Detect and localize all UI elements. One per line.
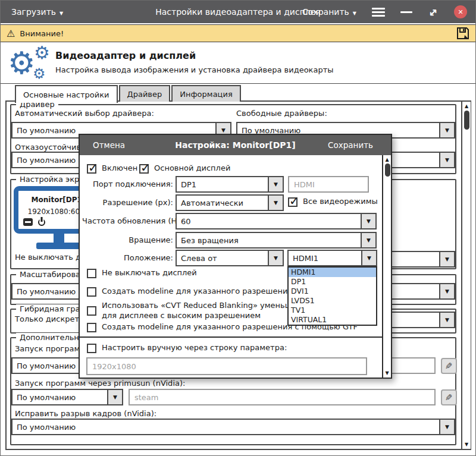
scroll-up-icon[interactable] [383, 157, 391, 162]
tab-bar: Основные настройки Драйвер Информация [15, 85, 242, 103]
minimize-icon [400, 11, 412, 13]
save-button-label: Сохранить [302, 7, 349, 17]
chevron-down-icon[interactable] [268, 196, 283, 210]
scrollbar-thumb[interactable] [385, 163, 390, 177]
manual-param-input[interactable] [86, 357, 367, 375]
chevron-down-icon[interactable] [361, 233, 375, 247]
menu-button[interactable] [371, 11, 386, 13]
rotation-label: Вращение: [82, 235, 173, 244]
keep-on-checkbox-row: Не выключать дисплей [87, 268, 197, 278]
combo-value: По умолчанию [12, 287, 76, 296]
save-menu-button[interactable]: Сохранить [302, 7, 356, 17]
run2-input[interactable] [129, 389, 436, 405]
combo-value: По умолчанию [12, 156, 76, 165]
combo-value: По умолчанию [12, 423, 76, 432]
combo-value: 60 [177, 217, 191, 226]
minimize-display-icon[interactable] [23, 218, 33, 226]
reduced-blanking-checkbox[interactable] [87, 306, 96, 316]
port-custom-input[interactable] [288, 176, 369, 193]
dropdown-option[interactable]: DP1 [289, 277, 376, 287]
dialog-save-button[interactable]: Сохранить [328, 140, 373, 150]
load-button-label: Загрузить [11, 7, 56, 17]
chevron-down-icon[interactable] [439, 252, 454, 266]
chevron-down-icon[interactable] [361, 251, 376, 265]
dialog-scrollbar[interactable] [382, 155, 391, 378]
checkbox-label: Все видеорежимы [303, 197, 378, 206]
manual-param-checkbox[interactable] [87, 344, 96, 353]
chevron-down-icon[interactable] [361, 214, 375, 228]
all-modes-checkbox-row: Все видеорежимы [288, 197, 378, 207]
close-button[interactable] [454, 5, 467, 18]
keep-display-on-checkbox[interactable] [87, 269, 96, 278]
tab-basic-settings[interactable]: Основные настройки [15, 85, 118, 103]
dropdown-option[interactable]: VIRTUAL1 [289, 315, 376, 325]
chevron-down-icon[interactable] [439, 313, 454, 327]
save-floppy-icon[interactable] [456, 27, 469, 40]
chevron-down-icon[interactable] [268, 251, 283, 265]
chevron-down-icon[interactable] [439, 420, 454, 434]
chevron-down-icon[interactable] [439, 284, 454, 298]
dropdown-option[interactable]: TV1 [289, 306, 376, 315]
titlebar: Настройки видеоадаптера и дисплея Загруз… [1, 1, 475, 23]
maximize-button[interactable] [427, 5, 440, 18]
checkbox-label: Настроить вручную через строку параметра… [102, 343, 287, 352]
scroll-up-icon[interactable] [462, 103, 471, 109]
hamburger-icon [372, 11, 385, 13]
checkbox-label: Включен [102, 163, 137, 172]
dropdown-option[interactable]: LVDS1 [289, 296, 376, 306]
run2-select[interactable]: По умолчанию [11, 389, 123, 405]
dialog-cancel-button[interactable]: Отмена [93, 140, 125, 150]
primary-display-checkbox[interactable] [139, 164, 149, 174]
checkbox-label: Не выключать дисплей [102, 268, 197, 277]
position-label: Положение: [82, 253, 173, 262]
combo-value: По умолчанию [12, 393, 76, 402]
chevron-down-icon[interactable] [439, 123, 454, 137]
chevron-down-icon[interactable] [268, 177, 283, 191]
scrollbar-thumb[interactable] [464, 111, 469, 130]
minimize-button[interactable] [400, 11, 412, 13]
position-select[interactable]: Слева от [176, 250, 284, 266]
free-drivers-label: Свободные драйверы: [236, 109, 327, 118]
resolution-select[interactable]: Автоматически [176, 194, 284, 211]
run1-edit-button[interactable] [441, 358, 457, 374]
tear-select[interactable]: По умолчанию [11, 419, 455, 435]
power-icon[interactable] [38, 219, 45, 226]
page-header: Видеоадаптер и дисплей Настройка вывода … [1, 43, 475, 84]
warning-text: Внимание! [20, 29, 64, 38]
dropdown-option[interactable]: HDMI1 [289, 268, 376, 277]
tab-information[interactable]: Информация [171, 85, 240, 102]
port-select[interactable]: DP1 [176, 176, 284, 193]
combo-value: Слева от [177, 254, 217, 263]
frequency-label: Частота обновления (Hz): [82, 216, 173, 225]
hybrid-value: Только дискретно [15, 315, 89, 323]
tab-driver[interactable]: Драйвер [119, 85, 171, 102]
chevron-down-icon[interactable] [439, 153, 454, 167]
auto-driver-label: Автоматический выбор драйвера: [15, 109, 154, 118]
chevron-down-icon[interactable] [107, 390, 122, 404]
rotation-select[interactable]: Без вращения [176, 232, 377, 249]
app-window: Настройки видеоадаптера и дисплея Загруз… [0, 0, 476, 456]
main-scrollbar[interactable] [461, 102, 471, 449]
divider [80, 337, 391, 338]
run2-edit-button[interactable] [441, 389, 457, 405]
position-target-dropdown: HDMI1 DP1 DVI1 LVDS1 TV1 VIRTUAL1 [287, 266, 377, 326]
enabled-checkbox[interactable] [87, 164, 96, 174]
manual-checkbox-row: Настроить вручную через строку параметра… [87, 343, 287, 353]
scroll-down-icon[interactable] [462, 442, 471, 447]
dialog-header: Настройка: Monitor[DP1] Отмена Сохранить [80, 135, 391, 155]
gtf-modeline-checkbox[interactable] [87, 323, 96, 332]
all-video-modes-checkbox[interactable] [288, 197, 298, 207]
combo-value: Без вращения [177, 236, 239, 245]
run2-label: Запуск программ через primusun (nVidia): [15, 379, 185, 388]
chevron-down-icon [60, 7, 63, 17]
page-title: Видеоадаптер и дисплей [55, 50, 196, 61]
scroll-down-icon[interactable] [383, 370, 391, 376]
frequency-select[interactable]: 60 [176, 213, 377, 229]
dropdown-option[interactable]: DVI1 [289, 287, 376, 296]
gear-icon [8, 48, 36, 78]
combo-value: HDMI1 [289, 254, 318, 263]
load-button[interactable]: Загрузить [11, 7, 63, 17]
enabled-checkbox-row: Включен [87, 163, 137, 174]
position-target-select[interactable]: HDMI1 [287, 250, 377, 266]
cvt-modeline-checkbox[interactable] [87, 287, 96, 297]
